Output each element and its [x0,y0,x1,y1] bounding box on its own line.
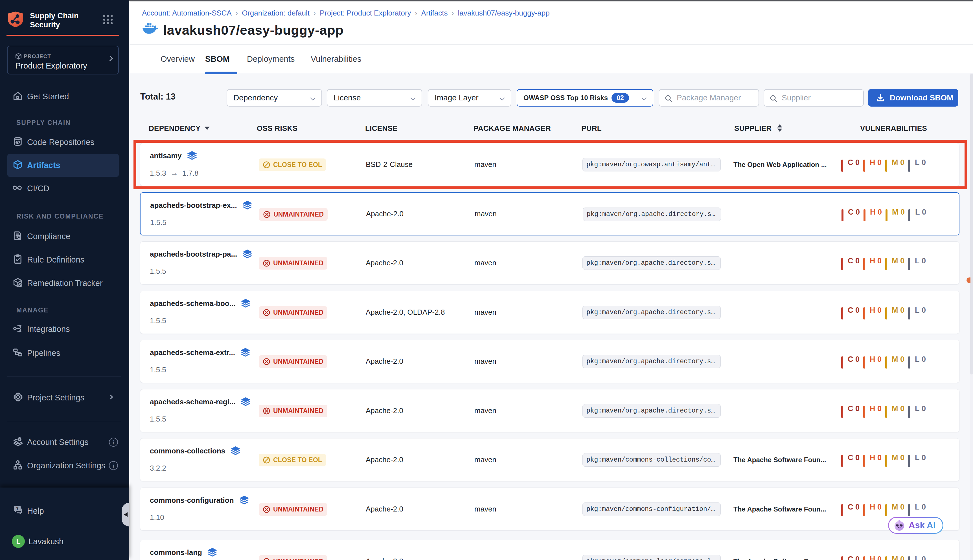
svg-text:?: ? [16,506,18,511]
